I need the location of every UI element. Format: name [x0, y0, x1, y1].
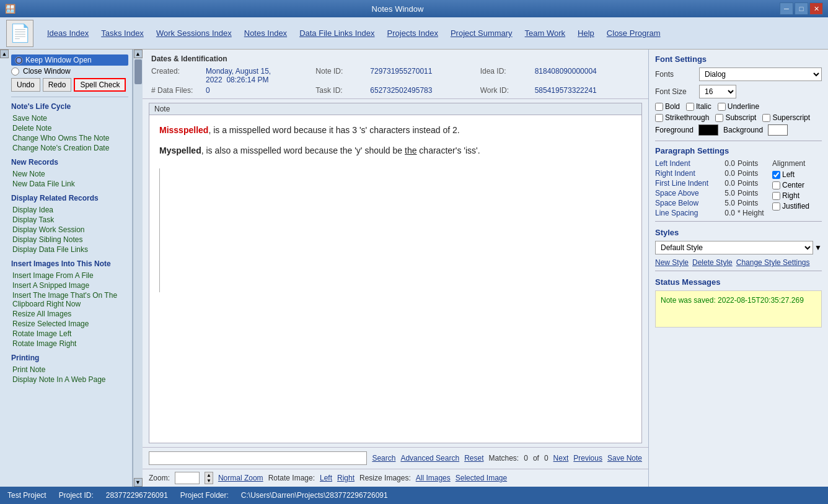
close-window-radio-input[interactable]: [11, 67, 19, 76]
spell-check-button[interactable]: Spell Check: [74, 78, 126, 92]
menu-project-summary[interactable]: Project Summary: [444, 26, 519, 40]
sidebar-resize-all[interactable]: Resize All Images: [11, 309, 128, 319]
bold-checkbox[interactable]: [655, 103, 663, 111]
strikethrough-checkbox-label[interactable]: Strikethrough: [655, 113, 709, 122]
keep-window-radio-input[interactable]: [15, 56, 23, 64]
zoom-up-arrow[interactable]: ▲: [205, 472, 213, 478]
sidebar-new-note[interactable]: New Note: [11, 169, 128, 179]
zoom-input[interactable]: 1: [175, 472, 200, 484]
sidebar-new-data-file-link[interactable]: New Data File Link: [11, 179, 128, 189]
delete-style-link[interactable]: Delete Style: [692, 258, 733, 267]
sidebar-scroll-down-btn[interactable]: ▼: [134, 478, 143, 487]
search-input-box[interactable]: [149, 451, 367, 465]
sidebar-rotate-left[interactable]: Rotate Image Left: [11, 329, 128, 339]
menu-close-program[interactable]: Close Program: [601, 26, 667, 40]
center-align-checkbox[interactable]: [772, 181, 780, 189]
space-above-label[interactable]: Space Above: [655, 189, 711, 198]
zoom-down-arrow[interactable]: ▼: [205, 478, 213, 484]
sidebar-scroll-track[interactable]: [133, 58, 143, 478]
sidebar-change-creation-date[interactable]: Change Note's Creation Date: [11, 143, 128, 153]
new-style-link[interactable]: New Style: [655, 258, 689, 267]
left-indent-label[interactable]: Left Indent: [655, 159, 711, 168]
menu-work-sessions-index[interactable]: Work Sessions Index: [150, 26, 238, 40]
justified-align-label[interactable]: Justified: [772, 202, 822, 211]
menu-projects-index[interactable]: Projects Index: [381, 26, 444, 40]
underline-checkbox[interactable]: [718, 103, 726, 111]
sidebar-delete-note[interactable]: Delete Note: [11, 123, 128, 133]
normal-zoom-link[interactable]: Normal Zoom: [218, 474, 263, 482]
sidebar-display-data-file-links[interactable]: Display Data File Links: [11, 245, 128, 254]
menu-ideas-index[interactable]: Ideas Index: [41, 26, 95, 40]
advanced-search-link[interactable]: Advanced Search: [400, 454, 459, 463]
note-editor[interactable]: Missspelled, is a misspelled word becaus…: [149, 115, 641, 443]
subscript-checkbox[interactable]: [715, 114, 723, 122]
sidebar-scroll-up[interactable]: ▲: [0, 50, 9, 58]
background-swatch[interactable]: [768, 124, 788, 136]
sidebar-scroll-thumb[interactable]: [134, 59, 142, 84]
sidebar-insert-clipboard[interactable]: Insert The Image That's On The Clipboard…: [11, 290, 128, 309]
menu-tasks-index[interactable]: Tasks Index: [95, 26, 150, 40]
save-note-link[interactable]: Save Note: [607, 454, 642, 463]
line-spacing-label[interactable]: Line Spacing: [655, 209, 711, 217]
sidebar-display-sibling-notes[interactable]: Display Sibling Notes: [11, 235, 128, 245]
data-files-label: # Data Files:: [151, 86, 201, 95]
menu-team-work[interactable]: Team Work: [519, 26, 572, 40]
previous-link[interactable]: Previous: [573, 454, 602, 463]
right-align-label[interactable]: Right: [772, 191, 822, 200]
sidebar-resize-selected[interactable]: Resize Selected Image: [11, 319, 128, 329]
status-section: Status Messages Note was saved: 2022-08-…: [655, 277, 822, 328]
strikethrough-checkbox[interactable]: [655, 114, 663, 122]
right-align-checkbox[interactable]: [772, 192, 780, 200]
sidebar-change-who-owns[interactable]: Change Who Owns The Note: [11, 133, 128, 143]
justified-align-checkbox[interactable]: [772, 202, 780, 211]
italic-checkbox-label[interactable]: Italic: [686, 102, 711, 111]
sidebar-scroll-up-btn[interactable]: ▲: [134, 50, 143, 58]
app-logo-icon: 📄: [6, 20, 33, 47]
italic-checkbox[interactable]: [686, 103, 694, 111]
style-select[interactable]: Default Style: [655, 241, 813, 254]
right-indent-label[interactable]: Right Indent: [655, 169, 711, 178]
close-button[interactable]: ✕: [809, 2, 823, 15]
left-align-checkbox[interactable]: [772, 171, 780, 179]
minimize-button[interactable]: ─: [780, 2, 793, 15]
left-align-label[interactable]: Left: [772, 170, 822, 179]
style-select-row: Default Style ▼: [655, 241, 822, 254]
sidebar-insert-image-file[interactable]: Insert Image From A File: [11, 271, 128, 280]
menu-help[interactable]: Help: [571, 26, 601, 40]
change-style-settings-link[interactable]: Change Style Settings: [736, 258, 810, 267]
menu-notes-index[interactable]: Notes Index: [238, 26, 293, 40]
sidebar-display-web-page[interactable]: Display Note In A Web Page: [11, 375, 128, 385]
style-dropdown-arrow[interactable]: ▼: [814, 243, 822, 252]
sidebar-display-idea[interactable]: Display Idea: [11, 205, 128, 215]
undo-button[interactable]: Undo: [11, 78, 40, 92]
sidebar-display-task[interactable]: Display Task: [11, 215, 128, 225]
rotate-right-link[interactable]: Right: [337, 474, 355, 482]
keep-window-open-radio[interactable]: Keep Window Open: [11, 54, 128, 66]
foreground-swatch[interactable]: [698, 124, 718, 136]
font-size-select[interactable]: 16: [699, 85, 736, 98]
font-size-label: Font Size: [655, 87, 695, 96]
sidebar-insert-snipped[interactable]: Insert A Snipped Image: [11, 280, 128, 290]
superscript-checkbox[interactable]: [762, 114, 770, 122]
menu-data-file-links-index[interactable]: Data File Links Index: [293, 26, 381, 40]
sidebar-save-note[interactable]: Save Note: [11, 113, 128, 123]
reset-link[interactable]: Reset: [464, 454, 483, 463]
sidebar-print-note[interactable]: Print Note: [11, 365, 128, 375]
next-link[interactable]: Next: [553, 454, 569, 463]
superscript-checkbox-label[interactable]: Superscript: [762, 113, 810, 122]
subscript-checkbox-label[interactable]: Subscript: [715, 113, 756, 122]
redo-button[interactable]: Redo: [43, 78, 72, 92]
first-line-indent-label[interactable]: First Line Indent: [655, 179, 711, 188]
selected-image-link[interactable]: Selected Image: [456, 474, 507, 482]
restore-button[interactable]: □: [795, 2, 808, 15]
bold-checkbox-label[interactable]: Bold: [655, 102, 680, 111]
sidebar-rotate-right[interactable]: Rotate Image Right: [11, 339, 128, 349]
space-below-label[interactable]: Space Below: [655, 199, 711, 207]
search-link[interactable]: Search: [372, 454, 395, 463]
fonts-select[interactable]: Dialog: [699, 67, 822, 81]
center-align-label[interactable]: Center: [772, 181, 822, 189]
all-images-link[interactable]: All Images: [416, 474, 451, 482]
underline-checkbox-label[interactable]: Underline: [718, 102, 759, 111]
rotate-left-link[interactable]: Left: [320, 474, 332, 482]
sidebar-display-work-session[interactable]: Display Work Session: [11, 225, 128, 235]
